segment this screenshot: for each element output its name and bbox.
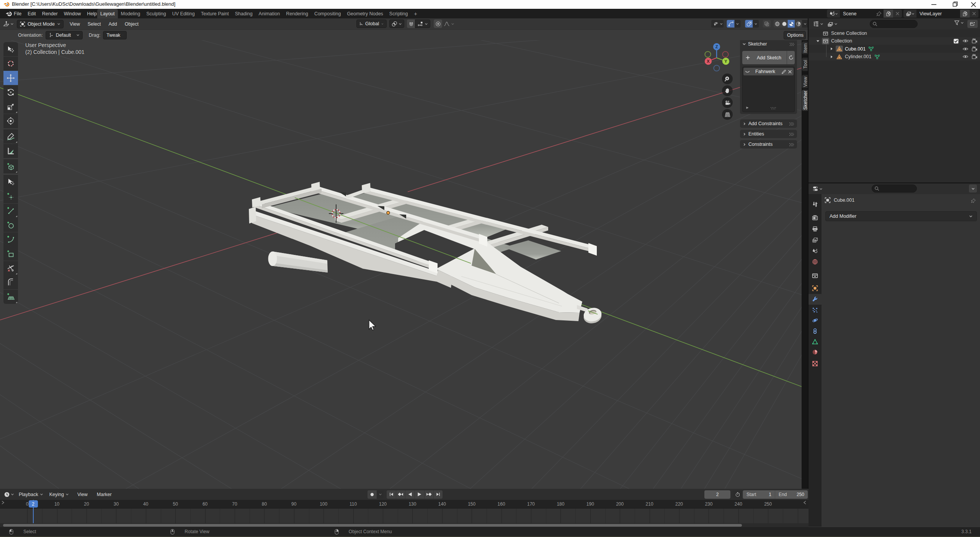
properties-tab-world[interactable] [808,256,822,267]
sketch-list-item[interactable]: Fahrwerk [743,68,794,75]
add-sketch-button[interactable]: Add Sketch [742,51,787,64]
properties-editor-type-button[interactable] [812,186,823,192]
panel-grip[interactable] [789,122,794,126]
workspace-tab-compositing[interactable]: Compositing [311,9,344,18]
tool-sk-add-rectangle-button[interactable] [3,246,18,261]
vp-menu-add[interactable]: Add [105,21,121,27]
disable-render-toggle[interactable] [972,54,980,60]
disable-render-toggle[interactable] [972,38,980,44]
outliner-row-collection[interactable]: Collection [808,37,980,45]
outliner-row-scene collection[interactable]: Scene Collection [808,29,980,37]
properties-tab-object[interactable] [808,283,822,294]
timeline-editor-type-button[interactable] [4,491,14,498]
viewport-editor-type-button[interactable] [3,21,14,27]
properties-tab-particles[interactable] [808,305,822,315]
disclosure-closed-icon[interactable] [830,55,833,59]
gizmo-dropdown[interactable] [735,20,741,28]
tool-sk-add-arc-button[interactable] [3,232,18,246]
playhead-badge[interactable]: 2 [29,500,38,508]
vp-menu-view[interactable]: View [66,21,84,27]
tool-sk-trim-button[interactable] [3,261,18,275]
menu-render[interactable]: Render [39,9,61,18]
outliner-filter-dropdown[interactable] [954,20,964,26]
properties-tab-texture[interactable] [808,358,822,369]
keying-set-dropdown[interactable] [377,490,384,499]
workspace-tab-geometry-nodes[interactable]: Geometry Nodes [344,9,386,18]
outliner-item-label[interactable]: Scene Collection [831,31,867,36]
outliner-display-mode-dropdown[interactable] [827,21,838,27]
outliner-item-label[interactable]: Cylinder.001 [845,54,872,59]
add-workspace-button[interactable]: + [411,9,420,18]
current-frame-field[interactable]: 2 [704,490,730,499]
timeline-tracks[interactable] [0,509,808,523]
play-button[interactable] [415,490,424,499]
pin-icon[interactable] [876,11,882,17]
frame-end-field[interactable]: End250 [775,490,808,499]
workspace-tab-texture-paint[interactable]: Texture Paint [198,9,232,18]
panel-grip[interactable] [789,132,794,136]
tool-transform-button[interactable] [3,114,18,128]
tool-scale-button[interactable] [3,100,18,114]
snap-with-dropdown[interactable] [415,20,430,28]
scene-unlink-button[interactable] [893,10,902,18]
workspace-tab-sculpting[interactable]: Sculpting [143,9,169,18]
proportional-editing-toggle[interactable] [434,20,442,28]
panel-collapse-chevron[interactable] [742,42,746,46]
outliner-row-cylinder-001[interactable]: Cylinder.001 [808,53,980,60]
list-resize-grip[interactable] [770,107,776,110]
show-object-types-button[interactable] [712,21,720,27]
timeline-scrollbar[interactable] [3,524,742,527]
properties-tab-constraints[interactable] [808,326,822,336]
properties-tab-data[interactable] [808,336,822,347]
constraints-panel[interactable]: Constraints [740,140,797,149]
options-dropdown[interactable]: Options [784,31,806,39]
zoom-button[interactable] [722,73,733,84]
tool-annotate-button[interactable] [3,129,18,144]
outliner-item-label[interactable]: Collection [831,38,852,44]
perspective-toggle-button[interactable] [722,109,733,120]
overlays-dropdown[interactable] [753,20,759,28]
timeline-ruler[interactable]: 0102030405060708090100110120130140150160… [0,500,808,509]
use-preview-range-toggle[interactable] [733,490,743,499]
properties-tab-physics[interactable] [808,315,822,326]
tool-rotate-button[interactable] [3,85,18,100]
timeline-menu-marker[interactable]: Marker [93,492,116,497]
properties-tab-output[interactable] [808,224,822,234]
outliner-item-label[interactable]: Cube.001 [845,46,866,52]
vp-menu-select[interactable]: Select [84,21,105,27]
viewport-3d[interactable]: User Perspective (2) Collection | Cube.0… [0,40,802,489]
tool-sk-offset-button[interactable] [3,275,18,289]
snap-toggle-button[interactable] [407,20,415,28]
properties-tab-collection[interactable] [808,270,822,281]
prev-keyframe-button[interactable] [396,490,405,499]
tool-sk-select-button[interactable] [3,175,18,189]
disclosure-open-icon[interactable] [816,39,820,43]
tool-cursor-button[interactable] [3,57,18,71]
properties-tab-tool[interactable] [808,199,822,210]
pivot-point-dropdown[interactable] [389,20,404,28]
collection-checkbox[interactable] [953,38,962,44]
scene-name[interactable]: Scene [840,11,876,16]
menu-edit[interactable]: Edit [24,9,39,18]
orientation-dropdown[interactable]: Default [46,31,83,39]
tool-sk-add-circle-button[interactable] [3,218,18,232]
shading-solid-button[interactable] [781,20,787,28]
menu-window[interactable]: Window [61,9,84,18]
hide-viewport-toggle[interactable] [962,38,972,44]
next-keyframe-button[interactable] [424,490,433,499]
mode-dropdown[interactable]: Object Mode [17,20,64,28]
hide-viewport-toggle[interactable] [962,46,972,52]
timeline-menu-view[interactable]: View [74,492,91,497]
tool-sk-add-workplane-button[interactable] [3,290,18,304]
shading-rendered-button[interactable] [795,20,802,28]
gizmo-axis-z-neg[interactable] [714,65,719,71]
workspace-tab-modeling[interactable]: Modeling [118,9,144,18]
disclosure-closed-icon[interactable] [830,47,833,51]
gizmo-axis-x-neg[interactable] [722,51,728,57]
edit-pencil-icon[interactable] [781,69,786,74]
region-expand-arrow-left[interactable] [1,500,5,505]
properties-tab-view-layer[interactable] [808,235,822,245]
sketch-item-name[interactable]: Fahrwerk [751,69,780,74]
tool-sk-add-line-button[interactable] [3,204,18,218]
tool-select-box-button[interactable] [3,42,18,56]
